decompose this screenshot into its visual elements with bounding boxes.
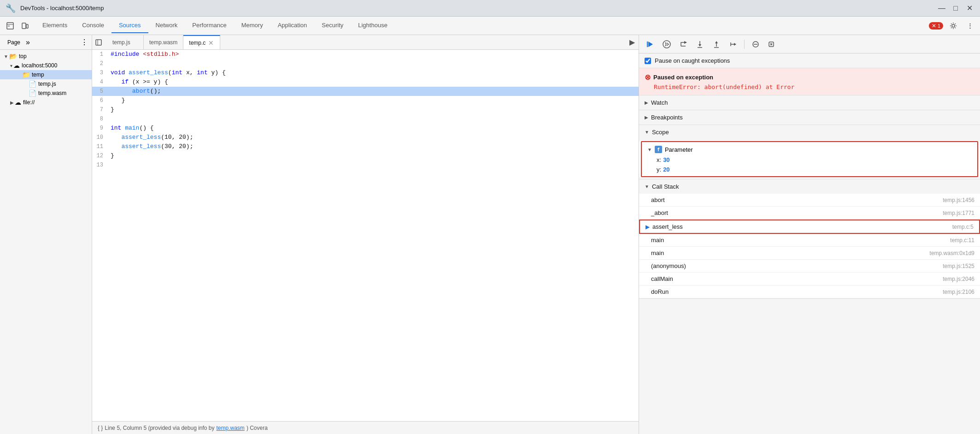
menu-tab-lighthouse[interactable]: Lighthouse [351,18,395,33]
menu-tab-memory[interactable]: Memory [234,18,270,33]
file-tab-close-temp-c[interactable]: ✕ [208,39,214,47]
watch-header[interactable]: ▶ Watch [639,95,980,110]
more-icon[interactable]: ⋮ [81,38,88,47]
menu-tab-sources[interactable]: Sources [111,18,148,33]
var-x-name: x: [657,156,661,163]
menu-tab-elements[interactable]: Elements [35,18,75,33]
call-stack-item-2[interactable]: ▶assert_lesstemp.c:5 [639,220,980,234]
chevron-right-icon[interactable]: » [26,38,30,47]
call-stack-item-6[interactable]: callMaintemp.js:2046 [639,273,980,285]
menu-bar: ElementsConsoleSourcesNetworkPerformance… [0,17,980,35]
code-line-13[interactable]: 13 [92,161,639,170]
window-controls: — □ ✕ [937,3,974,13]
pause-on-exceptions-button[interactable] [765,38,778,51]
page-button[interactable]: Page [4,38,24,47]
sidebar-item-top[interactable]: ▼📂top [0,52,92,61]
call-stack-item-7[interactable]: doRuntemp.js:2106 [639,285,980,298]
scope-header[interactable]: ▼ Scope [639,125,980,139]
file-tree: ▼📂top▾☁localhost:5000📁temp📄temp.js📄temp.… [0,50,92,434]
file-tab-temp-js[interactable]: temp.js [107,35,144,50]
step-over-button[interactable] [676,38,691,51]
call-stack-content: aborttemp.js:1456_aborttemp.js:1771▶asse… [639,194,980,298]
file-icon: 📄 [29,89,36,97]
sidebar-item-file---[interactable]: ▶☁file:// [0,98,92,107]
code-line-10[interactable]: 10 assert_less(10, 20); [92,133,639,142]
scope-label: Scope [652,129,669,136]
line-content-9: int main() { [107,124,639,133]
code-line-5[interactable]: 5 abort(); [92,87,639,96]
pause-button[interactable] [659,38,674,51]
call-stack-item-0[interactable]: aborttemp.js:1456 [639,194,980,207]
inspect-icon[interactable] [4,19,17,32]
maximize-button[interactable]: □ [951,3,961,13]
deactivate-breakpoints-button[interactable] [748,38,763,51]
code-line-2[interactable]: 2 [92,59,639,68]
code-line-6[interactable]: 6 } [92,96,639,105]
svg-rect-6 [96,40,101,45]
sidebar-item-temp-wasm[interactable]: 📄temp.wasm [0,89,92,98]
call-stack-item-3[interactable]: maintemp.c:11 [639,234,980,247]
file-tab-temp-c[interactable]: temp.c✕ [183,35,220,50]
resume-button[interactable] [643,38,657,51]
line-content-7: } [107,105,639,114]
breakpoints-header[interactable]: ▶ Breakpoints [639,110,980,125]
temp-wasm-link[interactable]: temp.wasm [217,425,245,431]
tree-item-label: temp.js [38,81,56,87]
svg-point-5 [952,24,955,27]
menu-tab-application[interactable]: Application [270,18,315,33]
settings-button[interactable] [947,19,960,32]
call-stack-item-4[interactable]: maintemp.wasm:0x1d9 [639,247,980,260]
watch-chevron-icon: ▶ [645,100,648,105]
collapse-sidebar-button[interactable] [92,36,105,49]
sidebar-item-temp-js[interactable]: 📄temp.js [0,79,92,89]
sidebar-top-bar: Page » ⋮ [0,35,92,50]
code-line-12[interactable]: 12} [92,151,639,161]
file-icon: ☁ [13,62,20,69]
code-line-3[interactable]: 3void assert_less(int x, int y) { [92,68,639,77]
code-line-7[interactable]: 7} [92,105,639,114]
more-options-button[interactable]: ⋮ [963,19,976,32]
code-editor[interactable]: 1#include <stdlib.h>23void assert_less(i… [92,50,639,421]
device-mode-icon[interactable] [18,19,31,32]
menu-tab-performance[interactable]: Performance [185,18,234,33]
call-stack-item-1[interactable]: _aborttemp.js:1771 [639,207,980,220]
file-tab-label-temp-js: temp.js [112,39,130,46]
scope-inner: ▼ f Parameter x: 30 y: 20 [642,142,977,176]
code-line-1[interactable]: 1#include <stdlib.h> [92,50,639,59]
call-stack-item-5[interactable]: (anonymous)temp.js:1525 [639,260,980,273]
call-stack-header[interactable]: ▼ Call Stack [639,179,980,194]
pause-on-caught-row: Pause on caught exceptions [639,54,980,68]
scroll-tabs-right-button[interactable]: ▶ [626,36,639,49]
close-button[interactable]: ✕ [964,3,974,13]
step-button[interactable] [726,38,740,51]
svg-rect-3 [22,23,26,29]
sidebar-item-localhost-5000[interactable]: ▾☁localhost:5000 [0,61,92,70]
step-out-button[interactable] [709,38,724,51]
format-icon[interactable]: { } [98,425,103,431]
menu-tab-network[interactable]: Network [148,18,185,33]
chevron-icon: ▼ [4,54,8,59]
menu-tab-security[interactable]: Security [314,18,351,33]
exception-error-icon: ⊗ [645,73,651,82]
call-stack-location-1: temp.js:1771 [943,210,974,216]
pause-on-caught-checkbox[interactable] [645,58,651,64]
call-stack-chevron-icon: ▼ [645,184,649,189]
exception-title: ⊗ Paused on exception [645,73,974,82]
parameter-header[interactable]: ▼ f Parameter [642,144,977,155]
watch-label: Watch [651,99,668,106]
scope-box: ▼ f Parameter x: 30 y: 20 [641,141,978,177]
code-line-4[interactable]: 4 if (x >= y) { [92,77,639,87]
parameter-type-icon: f [655,146,662,153]
minimize-button[interactable]: — [937,3,947,13]
code-line-9[interactable]: 9int main() { [92,124,639,133]
parameter-label: Parameter [665,146,693,153]
exception-title-text: Paused on exception [653,74,713,81]
code-line-8[interactable]: 8 [92,114,639,124]
file-tab-temp-wasm[interactable]: temp.wasm [144,35,183,50]
step-into-button[interactable] [692,38,707,51]
error-badge[interactable]: ✕ 1 [929,22,943,30]
sidebar-item-temp[interactable]: 📁temp [0,70,92,79]
menu-tab-console[interactable]: Console [75,18,111,33]
code-line-11[interactable]: 11 assert_less(30, 20); [92,142,639,151]
svg-marker-8 [648,42,653,47]
